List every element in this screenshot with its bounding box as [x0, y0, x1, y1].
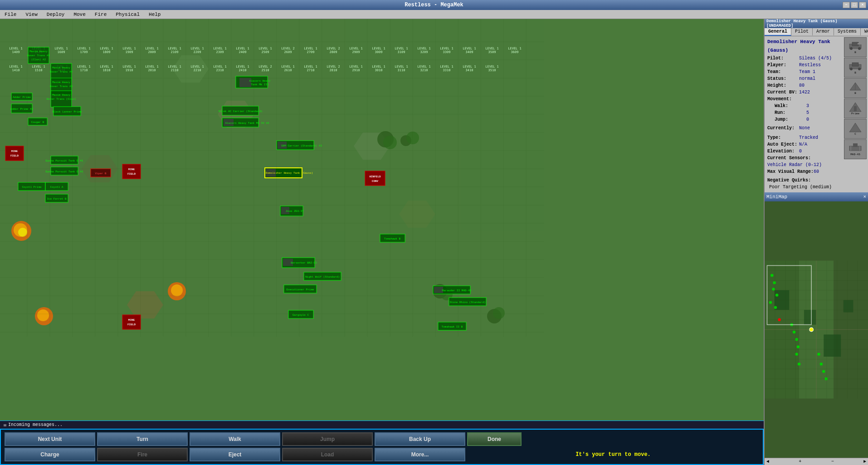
svg-point-14	[37, 309, 49, 321]
minimap-arrow-right[interactable]: ►	[863, 459, 866, 464]
pilot-value: Sileas (4/5)	[799, 55, 832, 62]
svg-text:LEVEL 2: LEVEL 2	[327, 65, 340, 69]
charge-button[interactable]: Charge	[5, 448, 95, 461]
pilot-row: Pilot: Sileas (4/5)	[767, 55, 840, 62]
unit-maxim-1[interactable]: Maxim Heavy Hover Trans #5 (Clan) #2	[27, 47, 50, 64]
svg-text:LEVEL 2: LEVEL 2	[281, 47, 295, 50]
unit-stone-rhino[interactable]: Stone Rhino (Standard)	[449, 298, 486, 306]
hex-map[interactable]: LEVEL 11409 LEVEL 11509 LEVEL 11609 LEVE…	[0, 19, 764, 421]
unit-gargoyle[interactable]: Gargoyle C	[288, 310, 313, 318]
svg-text:LEVEL 1: LEVEL 1	[417, 65, 431, 69]
svg-text:LEVEL 1: LEVEL 1	[9, 65, 23, 69]
svg-text:3210: 3210	[420, 69, 428, 72]
svg-text:3110: 3110	[398, 69, 405, 72]
svg-text:2109: 2109	[171, 50, 179, 54]
menu-fire[interactable]: Fire	[92, 11, 109, 18]
unit-thumb-b1[interactable]: B	[844, 37, 867, 57]
tab-pilot[interactable]: Pilot	[791, 28, 813, 36]
unit-thumb-mad4s[interactable]: MAD-4S	[844, 139, 867, 159]
svg-text:2409: 2409	[239, 50, 247, 54]
svg-text:Demolisher Heavy Tank (Gauss): Demolisher Heavy Tank (Gauss)	[266, 171, 313, 175]
unit-zeus[interactable]: Zeus ZEU-3T	[280, 206, 304, 216]
unit-thumb-prime[interactable]: Prime	[844, 98, 867, 118]
svg-text:1510: 1510	[35, 69, 43, 72]
next-unit-button[interactable]: Next Unit	[5, 432, 95, 446]
elevation-value: 0	[799, 148, 802, 155]
unit-ice-ferret[interactable]: Ice Ferret B	[45, 194, 68, 202]
svg-text:LEVEL 1: LEVEL 1	[236, 47, 249, 50]
more-button[interactable]: More...	[375, 448, 465, 461]
hinfeld-conv: HINFELD CONV	[365, 171, 385, 186]
backup-button[interactable]: Back Up	[375, 432, 465, 446]
svg-text:Coyotl A: Coyotl A	[50, 186, 63, 189]
unit-coyotl-prime[interactable]: Coyotl Prime	[18, 182, 45, 191]
svg-text:3509: 3509	[488, 50, 496, 54]
unit-thumb-c1[interactable]: C	[844, 119, 867, 139]
tab-weapons[interactable]: Weapons	[861, 28, 868, 36]
close-button[interactable]: ×	[859, 2, 866, 8]
svg-text:LEVEL 1: LEVEL 1	[100, 65, 113, 69]
svg-text:(Clan) #2: (Clan) #2	[31, 58, 46, 61]
turn-button[interactable]: Turn	[97, 432, 188, 446]
unit-epona-1[interactable]: Epona Pursuit Tank D #1	[46, 156, 83, 164]
height-value: 80	[799, 82, 805, 89]
svg-text:LEVEL 1: LEVEL 1	[372, 65, 385, 69]
maximize-button[interactable]: □	[851, 2, 858, 8]
unit-adder-prime[interactable]: Adder Prime #2	[10, 104, 34, 113]
menu-view[interactable]: View	[23, 11, 40, 18]
done-button[interactable]: Done	[467, 432, 522, 446]
svg-point-267	[774, 306, 777, 309]
svg-rect-246	[854, 106, 857, 112]
menu-move[interactable]: Move	[71, 11, 88, 18]
eject-button[interactable]: Eject	[190, 448, 280, 461]
walk-button[interactable]: Walk	[190, 432, 280, 446]
menu-physical[interactable]: Physical	[113, 11, 142, 18]
menu-file[interactable]: File	[2, 11, 19, 18]
fire-button[interactable]: Fire	[97, 448, 188, 461]
svg-text:Hover Trans #5: Hover Trans #5	[27, 54, 50, 57]
unit-cougar-b[interactable]: Cougar B	[28, 118, 47, 125]
menu-deploy[interactable]: Deploy	[44, 11, 68, 18]
svg-text:2810: 2810	[330, 69, 337, 72]
svg-text:Alacorn Heavy: Alacorn Heavy	[249, 79, 271, 83]
unit-marauder[interactable]: Marauder II MAD-4S	[433, 286, 472, 294]
message-text: Incoming messages...	[8, 422, 63, 427]
menu-help[interactable]: Help	[146, 11, 163, 18]
unit-maxim-4[interactable]: Maxim Heavy Hover Trans (Clan)	[47, 91, 76, 107]
minimap-canvas[interactable]	[765, 201, 868, 458]
tab-armor[interactable]: Armor	[813, 28, 834, 36]
svg-text:MINE: MINE	[128, 318, 135, 322]
minimap-close-button[interactable]: ×	[863, 194, 866, 200]
svg-rect-185	[122, 164, 141, 179]
svg-text:Hover Trans #3: Hover Trans #3	[50, 85, 73, 88]
svg-text:LEVEL 2: LEVEL 2	[258, 65, 272, 69]
unit-thumb-b2[interactable]: B	[844, 58, 867, 78]
unit-maxim-2[interactable]: Maxim Heavy Hover Trans #4	[50, 64, 73, 80]
minimap-arrow-left[interactable]: ◄	[766, 459, 769, 464]
unit-adder-prime2[interactable]: Adder Prime	[11, 93, 32, 100]
tab-systems[interactable]: Systems	[834, 28, 861, 36]
svg-text:2410: 2410	[239, 69, 247, 72]
svg-text:2509: 2509	[262, 50, 269, 54]
unit-executioner[interactable]: Executioner Prime	[284, 285, 317, 293]
unit-thumb-b3[interactable]: B	[844, 78, 867, 98]
tab-general[interactable]: General	[765, 28, 791, 36]
unit-tomahawk-b[interactable]: Tomahawk B	[380, 234, 405, 242]
load-button[interactable]: Load	[282, 448, 373, 461]
unit-shrek[interactable]: Shrek AC Carrier (Standard)	[218, 106, 262, 115]
jump-button[interactable]: Jump	[282, 432, 373, 446]
svg-text:LEVEL 1: LEVEL 1	[485, 47, 499, 50]
minimize-button[interactable]: −	[843, 2, 850, 8]
unit-viper-b[interactable]: Viper B	[91, 169, 111, 177]
unit-tomahawk-ii[interactable]: Tomahawk II B	[438, 322, 466, 330]
unit-epona-2[interactable]: Epona Pursuit Tank D #2	[46, 167, 83, 175]
svg-point-265	[775, 294, 779, 297]
svg-text:LEVEL 1: LEVEL 1	[485, 65, 499, 69]
svg-text:LEVEL 1: LEVEL 1	[463, 65, 476, 69]
minimap-zoom-in[interactable]: +	[799, 459, 801, 464]
unit-night-wolf[interactable]: Night Wolf (Standard)	[304, 272, 341, 280]
unit-berserker[interactable]: Berserker BRZ-C3	[282, 258, 317, 268]
unit-coyotl-a[interactable]: Coyotl A	[45, 182, 68, 191]
svg-point-242	[858, 68, 861, 70]
minimap-zoom-out[interactable]: −	[831, 459, 834, 464]
